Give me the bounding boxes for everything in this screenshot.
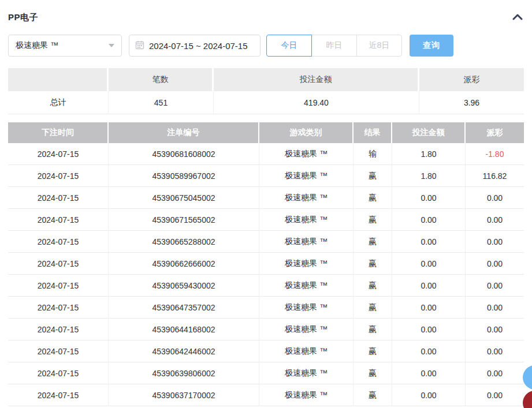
bet-amount-cell: 0.00 [392, 253, 466, 275]
table-row: 2024-07-15 45390675045002 极速糖果 ™ 赢 0.00 … [8, 187, 524, 209]
bet-header-time: 下注时间 [8, 122, 109, 143]
bet-amount-cell: 0.00 [392, 231, 466, 253]
bet-time-cell: 2024-07-15 [8, 297, 109, 319]
bet-amount-cell: 0.00 [392, 297, 466, 319]
table-row: 2024-07-15 45390644168002 极速糖果 ™ 赢 0.00 … [8, 319, 524, 340]
order-no-cell: 45390665288002 [109, 231, 259, 253]
payout-cell: 0.00 [466, 297, 524, 319]
bet-header-bet-amount: 投注金额 [392, 122, 466, 143]
bet-header-order-no: 注单编号 [109, 122, 259, 143]
result-cell: 赢 [354, 253, 392, 275]
bet-time-cell: 2024-07-15 [8, 187, 109, 209]
result-cell: 赢 [354, 340, 392, 362]
order-no-cell: 45390659430002 [109, 275, 259, 297]
summary-total-row: 总计 451 419.40 3.96 [8, 91, 524, 114]
game-cell: 极速糖果 ™ [259, 143, 354, 165]
table-row: 2024-07-15 45390671565002 极速糖果 ™ 赢 0.00 … [8, 209, 524, 231]
records-panel: PP电子 极速糖果 ™ 2024-07-15 ~ 2024-07-15 今日 昨… [0, 0, 532, 406]
order-no-cell: 45390642446002 [109, 340, 259, 362]
bet-amount-cell: 0.00 [392, 209, 466, 231]
game-cell: 极速糖果 ™ [259, 187, 354, 209]
bet-amount-cell: 1.80 [392, 143, 466, 165]
game-cell: 极速糖果 ™ [259, 209, 354, 231]
query-button[interactable]: 查询 [410, 35, 453, 57]
date-range-picker[interactable]: 2024-07-15 ~ 2024-07-15 [129, 35, 261, 57]
summary-header-count: 笔数 [109, 68, 214, 91]
order-no-cell: 45390671565002 [109, 209, 259, 231]
summary-header-payout: 派彩 [419, 68, 524, 91]
bet-amount-cell: 0.00 [392, 340, 466, 362]
order-no-cell: 45390662666002 [109, 253, 259, 275]
bet-amount-cell: 0.00 [392, 362, 466, 384]
filter-bar: 极速糖果 ™ 2024-07-15 ~ 2024-07-15 今日 昨日 近8日… [8, 35, 524, 57]
panel-header: PP电子 [8, 0, 524, 23]
bet-header-payout: 派彩 [466, 122, 524, 143]
game-cell: 极速糖果 ™ [259, 319, 354, 340]
quick-filter-group: 今日 昨日 近8日 [266, 35, 402, 57]
result-cell: 赢 [354, 275, 392, 297]
bet-time-cell: 2024-07-15 [8, 384, 109, 406]
bet-amount-cell: 0.00 [392, 187, 466, 209]
bet-header-game: 游戏类别 [259, 122, 354, 143]
game-cell: 极速糖果 ™ [259, 384, 354, 406]
game-select-value: 极速糖果 ™ [16, 40, 58, 51]
payout-cell: 0.00 [466, 275, 524, 297]
result-cell: 赢 [354, 187, 392, 209]
game-cell: 极速糖果 ™ [259, 275, 354, 297]
summary-header-bet-amount: 投注金额 [214, 68, 419, 91]
collapse-button[interactable] [511, 11, 524, 24]
game-cell: 极速糖果 ™ [259, 362, 354, 384]
bet-amount-cell: 0.00 [392, 275, 466, 297]
page-title: PP电子 [8, 12, 38, 23]
game-cell: 极速糖果 ™ [259, 253, 354, 275]
game-cell: 极速糖果 ™ [259, 297, 354, 319]
result-cell: 赢 [354, 165, 392, 187]
game-select[interactable]: 极速糖果 ™ [8, 35, 122, 57]
order-no-cell: 45390647357002 [109, 297, 259, 319]
payout-cell: 0.00 [466, 340, 524, 362]
order-no-cell: 45390681608002 [109, 143, 259, 165]
result-cell: 赢 [354, 209, 392, 231]
payout-cell: 0.00 [466, 319, 524, 340]
order-no-cell: 45390639806002 [109, 362, 259, 384]
summary-total-payout: 3.96 [419, 91, 524, 114]
bet-amount-cell: 1.80 [392, 165, 466, 187]
bet-header-result: 结果 [354, 122, 392, 143]
summary-total-label: 总计 [8, 91, 109, 114]
bet-time-cell: 2024-07-15 [8, 319, 109, 340]
order-no-cell: 45390675045002 [109, 187, 259, 209]
table-row: 2024-07-15 45390662666002 极速糖果 ™ 赢 0.00 … [8, 253, 524, 275]
calendar-icon [135, 40, 144, 51]
bet-time-cell: 2024-07-15 [8, 231, 109, 253]
payout-cell: 0.00 [466, 384, 524, 406]
bet-table-header-row: 下注时间 注单编号 游戏类别 结果 投注金额 派彩 [8, 122, 524, 143]
result-cell: 赢 [354, 362, 392, 384]
result-cell: 赢 [354, 231, 392, 253]
yesterday-button[interactable]: 昨日 [311, 35, 357, 57]
game-cell: 极速糖果 ™ [259, 340, 354, 362]
date-range-value: 2024-07-15 ~ 2024-07-15 [149, 41, 248, 51]
order-no-cell: 45390589967002 [109, 165, 259, 187]
table-row: 2024-07-15 45390647357002 极速糖果 ™ 赢 0.00 … [8, 297, 524, 319]
order-no-cell: 45390644168002 [109, 319, 259, 340]
result-cell: 赢 [354, 384, 392, 406]
last-8-days-button[interactable]: 近8日 [356, 35, 402, 57]
payout-cell: 0.00 [466, 231, 524, 253]
result-cell: 输 [354, 143, 392, 165]
bet-time-cell: 2024-07-15 [8, 143, 109, 165]
bet-amount-cell: 0.00 [392, 384, 466, 406]
game-cell: 极速糖果 ™ [259, 165, 354, 187]
table-row: 2024-07-15 45390681608002 极速糖果 ™ 输 1.80 … [8, 143, 524, 165]
table-row: 2024-07-15 45390665288002 极速糖果 ™ 赢 0.00 … [8, 231, 524, 253]
chevron-up-icon [512, 13, 523, 22]
payout-cell: 0.00 [466, 187, 524, 209]
table-row: 2024-07-15 45390589967002 极速糖果 ™ 赢 1.80 … [8, 165, 524, 187]
payout-cell: 0.00 [466, 209, 524, 231]
payout-cell: 116.82 [466, 165, 524, 187]
order-no-cell: 45390637170002 [109, 384, 259, 406]
today-button[interactable]: 今日 [266, 35, 312, 57]
bet-time-cell: 2024-07-15 [8, 253, 109, 275]
summary-header-blank [8, 68, 109, 91]
payout-cell: -1.80 [466, 143, 524, 165]
summary-total-bet-amount: 419.40 [214, 91, 419, 114]
